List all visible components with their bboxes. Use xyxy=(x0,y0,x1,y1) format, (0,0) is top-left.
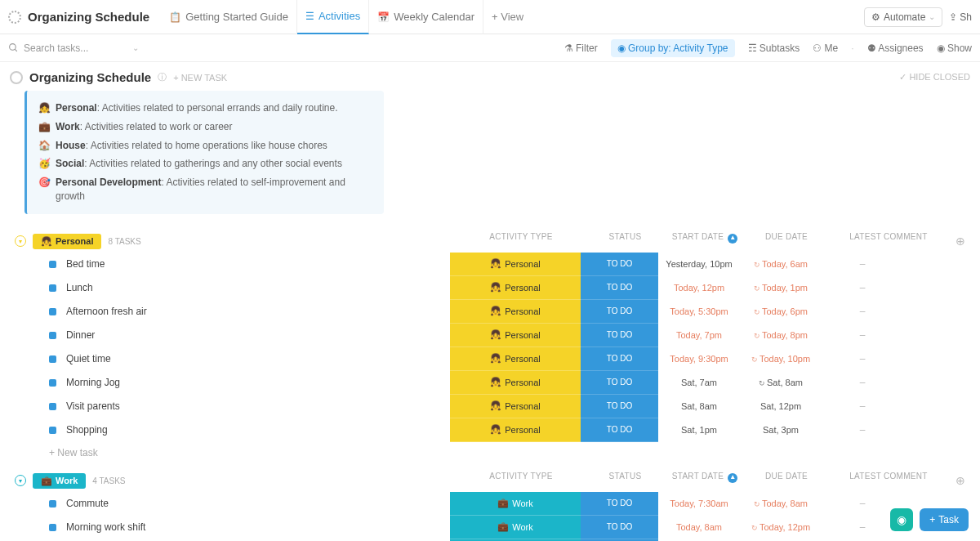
share-button[interactable]: ⇪ Sh xyxy=(949,11,972,23)
chevron-down-icon[interactable]: ⌄ xyxy=(132,43,139,52)
task-row[interactable]: Visit parents👧PersonalTO DOSat, 8amSat, … xyxy=(10,395,970,418)
col-status[interactable]: STATUS xyxy=(586,472,664,483)
start-date-cell[interactable]: Yesterday, 10pm xyxy=(658,259,740,269)
view-tab-weekly-calendar[interactable]: 📅Weekly Calendar xyxy=(369,0,483,34)
start-date-cell[interactable]: Today, 7:30am xyxy=(658,499,740,508)
due-date-cell[interactable]: Sat, 3pm xyxy=(740,425,822,435)
start-date-cell[interactable]: Today, 9:30pm xyxy=(658,354,740,364)
task-name[interactable]: Quiet time xyxy=(66,353,450,364)
new-task-fab[interactable]: +Task xyxy=(920,508,969,531)
activity-type-cell[interactable]: 👧Personal xyxy=(450,418,581,442)
status-square-icon[interactable] xyxy=(49,524,56,531)
group-badge[interactable]: 👧Personal xyxy=(33,234,101,249)
view-tab-activities[interactable]: ☰Activities xyxy=(297,0,369,34)
status-cell[interactable]: TO DO xyxy=(581,347,658,371)
hide-closed-button[interactable]: ✓ HIDE CLOSED xyxy=(899,72,970,83)
groupby-button[interactable]: ◉ Group by: Activity Type xyxy=(611,39,735,57)
activity-type-cell[interactable]: 👧Personal xyxy=(450,347,581,371)
col-activity-type[interactable]: ACTIVITY TYPE xyxy=(456,472,586,483)
activity-type-cell[interactable]: 👧Personal xyxy=(450,371,581,395)
start-date-cell[interactable]: Sat, 1pm xyxy=(658,425,740,435)
new-task-row[interactable]: + New task xyxy=(10,442,970,470)
status-square-icon[interactable] xyxy=(49,332,56,339)
col-status[interactable]: STATUS xyxy=(586,232,664,244)
add-column-button[interactable]: ⊕ xyxy=(956,474,965,487)
due-date-cell[interactable]: ↻Today, 6pm xyxy=(740,306,822,316)
task-row[interactable]: Afternoon fresh air👧PersonalTO DOToday, … xyxy=(10,300,970,324)
col-latest-comment[interactable]: LATEST COMMENT xyxy=(827,472,950,483)
task-row[interactable]: Morning work shift💼WorkTO DOToday, 8am↻T… xyxy=(10,516,970,539)
task-row[interactable]: Commute💼WorkTO DOToday, 7:30am↻Today, 8a… xyxy=(10,492,970,516)
activity-type-cell[interactable]: 👧Personal xyxy=(450,324,581,347)
status-square-icon[interactable] xyxy=(49,355,56,363)
view-tab-getting-started-guide[interactable]: 📋Getting Started Guide xyxy=(161,0,297,34)
col-start-date[interactable]: START DATE ▲ xyxy=(664,472,746,483)
task-name[interactable]: Afternoon fresh air xyxy=(66,306,450,317)
start-date-cell[interactable]: Sat, 8am xyxy=(658,401,740,411)
due-date-cell[interactable]: Sat, 12pm xyxy=(740,401,822,411)
status-cell[interactable]: TO DO xyxy=(581,324,658,347)
task-name[interactable]: Lunch xyxy=(66,282,450,293)
task-row[interactable]: Lunch👧PersonalTO DOToday, 12pm↻Today, 1p… xyxy=(10,276,970,300)
task-row[interactable]: Morning Jog👧PersonalTO DOSat, 7am↻Sat, 8… xyxy=(10,371,970,395)
group-badge[interactable]: 💼Work xyxy=(33,473,86,489)
filter-button[interactable]: ⚗Filter xyxy=(564,42,598,54)
status-cell[interactable]: TO DO xyxy=(581,371,658,395)
activity-type-cell[interactable]: 💼Work xyxy=(450,492,581,516)
status-square-icon[interactable] xyxy=(49,379,56,387)
latest-comment-cell[interactable]: – xyxy=(822,353,903,364)
col-latest-comment[interactable]: LATEST COMMENT xyxy=(827,232,950,244)
task-name[interactable]: Shopping xyxy=(66,424,450,436)
latest-comment-cell[interactable]: – xyxy=(822,282,903,293)
col-due-date[interactable]: DUE DATE xyxy=(746,232,827,244)
status-square-icon[interactable] xyxy=(49,261,56,268)
activity-type-cell[interactable]: 👧Personal xyxy=(450,300,581,324)
show-button[interactable]: ◉ Show xyxy=(937,42,972,54)
status-square-icon[interactable] xyxy=(49,500,56,507)
status-square-icon[interactable] xyxy=(49,403,56,410)
activity-type-cell[interactable]: 👧Personal xyxy=(450,276,581,300)
task-name[interactable]: Commute xyxy=(66,498,450,509)
activity-type-cell[interactable]: 💼Work xyxy=(450,516,581,539)
automate-button[interactable]: ⚙ Automate ⌄ xyxy=(864,7,942,27)
task-name[interactable]: Visit parents xyxy=(66,400,450,412)
start-date-cell[interactable]: Today, 8am xyxy=(658,522,740,532)
add-view-button[interactable]: + View xyxy=(483,11,532,23)
task-name[interactable]: Bed time xyxy=(66,258,450,270)
col-activity-type[interactable]: ACTIVITY TYPE xyxy=(456,232,586,244)
task-row[interactable]: Quiet time👧PersonalTO DOToday, 9:30pm↻To… xyxy=(10,347,970,371)
activity-type-cell[interactable]: 👧Personal xyxy=(450,395,581,418)
latest-comment-cell[interactable]: – xyxy=(822,424,903,436)
status-cell[interactable]: TO DO xyxy=(581,276,658,300)
status-cell[interactable]: TO DO xyxy=(581,492,658,516)
status-cell[interactable]: TO DO xyxy=(581,253,658,276)
latest-comment-cell[interactable]: – xyxy=(822,258,903,270)
latest-comment-cell[interactable]: – xyxy=(822,329,903,341)
task-row[interactable]: Dinner👧PersonalTO DOToday, 7pm↻Today, 8p… xyxy=(10,324,970,347)
start-date-cell[interactable]: Today, 5:30pm xyxy=(658,306,740,316)
due-date-cell[interactable]: ↻Today, 10pm xyxy=(740,354,822,364)
due-date-cell[interactable]: ↻Today, 8am xyxy=(740,499,822,508)
start-date-cell[interactable]: Today, 12pm xyxy=(658,283,740,293)
col-start-date[interactable]: START DATE ▲ xyxy=(664,232,746,244)
task-row[interactable]: Bed time👧PersonalTO DOYesterday, 10pm↻To… xyxy=(10,253,970,276)
col-due-date[interactable]: DUE DATE xyxy=(746,472,827,483)
new-task-button[interactable]: + NEW TASK xyxy=(173,73,227,83)
latest-comment-cell[interactable]: – xyxy=(822,400,903,412)
status-circle-icon[interactable] xyxy=(10,71,23,84)
due-date-cell[interactable]: ↻Today, 6am xyxy=(740,259,822,269)
search-input[interactable]: Search tasks... ⌄ xyxy=(8,42,139,54)
collapse-toggle[interactable]: ▾ xyxy=(15,475,26,486)
due-date-cell[interactable]: ↻Today, 1pm xyxy=(740,283,822,293)
status-cell[interactable]: TO DO xyxy=(581,395,658,418)
task-name[interactable]: Morning work shift xyxy=(66,521,450,533)
start-date-cell[interactable]: Today, 7pm xyxy=(658,330,740,340)
task-name[interactable]: Morning Jog xyxy=(66,377,450,388)
latest-comment-cell[interactable]: – xyxy=(822,306,903,317)
status-square-icon[interactable] xyxy=(49,427,56,434)
activity-type-cell[interactable]: 👧Personal xyxy=(450,253,581,276)
assignees-button[interactable]: ⚉ Assignees xyxy=(867,42,924,54)
task-row[interactable]: Shopping👧PersonalTO DOSat, 1pmSat, 3pm– xyxy=(10,418,970,442)
me-button[interactable]: ⚇ Me xyxy=(813,42,838,54)
status-cell[interactable]: TO DO xyxy=(581,300,658,324)
